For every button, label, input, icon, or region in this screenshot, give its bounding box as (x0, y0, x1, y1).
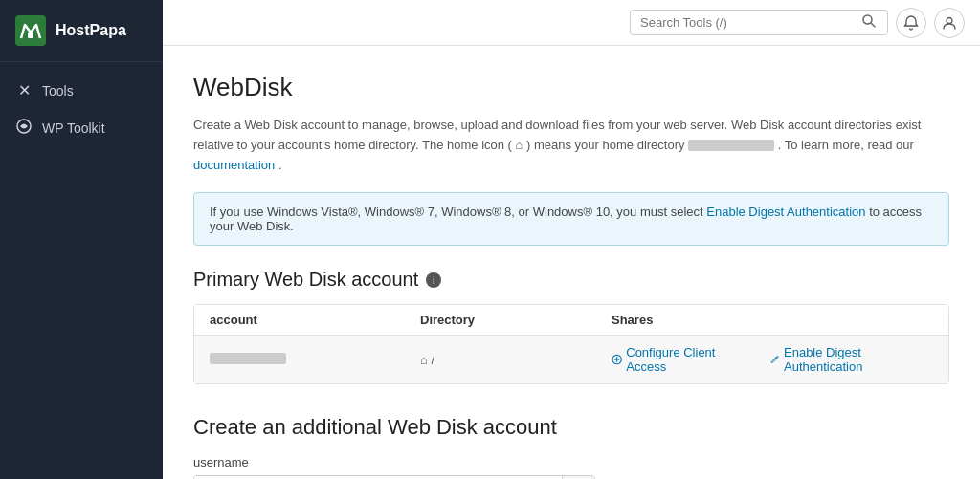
page-title: WebDisk (193, 73, 949, 102)
topbar (163, 0, 980, 46)
documentation-link[interactable]: documentation (193, 158, 275, 172)
logo-text: HostPapa (56, 22, 126, 39)
info-box: If you use Windows Vista®, Windows® 7, W… (193, 192, 949, 246)
table-header: account Directory Shares (194, 305, 948, 336)
directory-cell: ⌂ / (420, 353, 612, 367)
search-input[interactable] (640, 15, 860, 30)
blurred-domain (688, 140, 774, 151)
notifications-button[interactable] (896, 8, 926, 38)
search-icon-button[interactable] (860, 14, 878, 31)
svg-rect-1 (28, 33, 33, 38)
account-blurred-value (210, 353, 286, 364)
page-description: Create a Web Disk account to manage, bro… (193, 116, 949, 175)
actions-cell: Configure Client Access Enable Digest Au… (612, 345, 933, 374)
username-label: username (193, 455, 595, 469)
info-badge[interactable]: i (426, 272, 441, 288)
enable-digest-auth-link-info[interactable]: Enable Digest Authentication (706, 205, 865, 219)
configure-icon (612, 354, 622, 365)
primary-section-title: Primary Web Disk account i (193, 269, 949, 291)
search-container[interactable] (630, 10, 888, 35)
svg-line-4 (871, 23, 875, 27)
main-area: WebDisk Create a Web Disk account to man… (163, 0, 980, 479)
table-row: ⌂ / Configure Client Access Enable Diges… (194, 336, 948, 383)
col-shares: Shares (612, 313, 933, 327)
col-account: account (210, 313, 420, 327)
configure-client-access-link[interactable]: Configure Client Access (612, 345, 750, 374)
sidebar: HostPapa ✕ Tools WP Toolkit (0, 0, 163, 479)
sidebar-logo: HostPapa (0, 0, 163, 62)
sidebar-nav: ✕ Tools WP Toolkit (0, 62, 163, 157)
user-icon (942, 15, 957, 31)
sidebar-item-wp-toolkit[interactable]: WP Toolkit (0, 109, 163, 147)
col-directory: Directory (420, 313, 612, 327)
username-field-group: username @ (193, 455, 595, 479)
svg-line-9 (775, 358, 777, 359)
sidebar-item-wp-toolkit-label: WP Toolkit (42, 120, 105, 136)
edit-icon (769, 354, 780, 365)
create-section-title: Create an additional Web Disk account (193, 415, 949, 440)
primary-disk-table: account Directory Shares ⌂ / Configure C… (193, 304, 949, 384)
bell-icon (903, 15, 919, 31)
sidebar-item-tools-label: Tools (42, 83, 74, 98)
user-menu-button[interactable] (934, 8, 965, 38)
svg-point-5 (947, 17, 952, 23)
account-cell (210, 353, 420, 367)
hostpapa-logo-icon (15, 15, 46, 46)
tools-icon: ✕ (15, 81, 33, 99)
username-input-wrapper: @ (193, 475, 595, 479)
home-icon-inline: ⌂ (516, 138, 523, 152)
sidebar-item-tools[interactable]: ✕ Tools (0, 72, 163, 109)
search-icon (862, 14, 876, 28)
page-content: WebDisk Create a Web Disk account to man… (163, 46, 980, 479)
wp-icon (15, 119, 33, 138)
enable-digest-auth-link[interactable]: Enable Digest Authentication (769, 345, 933, 374)
